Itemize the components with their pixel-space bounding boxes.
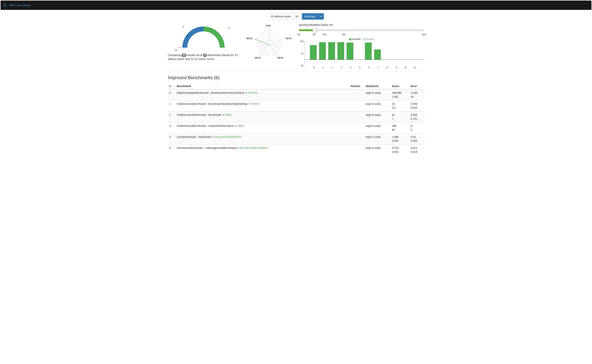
bar[interactable] (319, 42, 326, 59)
improved-table: # Benchmark Params Mode/Unit Score Error… (168, 83, 424, 155)
slider-ticks: 0%5%10%20%50% (299, 33, 424, 36)
cell-params (350, 111, 364, 123)
cell-params (350, 89, 364, 100)
th-mode: Mode/Unit (364, 83, 390, 89)
legend-errordiff[interactable]: errorDiff (363, 38, 374, 40)
svg-text:0: 0 (268, 44, 269, 46)
svg-point-12 (255, 39, 256, 39)
barchart-ylabel: 105 (300, 40, 304, 42)
cell-benchmark: CascBenchmark - benchmark ➤ 80.414221003… (175, 134, 350, 144)
slider-tick: 20% (342, 33, 346, 36)
improve-pct: 10170% (248, 91, 258, 94)
barchart-xlabel: 6 (368, 65, 370, 69)
barchart-xlabel: 2 (332, 65, 333, 69)
slider-fill (299, 29, 314, 31)
barchart-legend: scoreDiff errorDiff (299, 38, 424, 40)
table-row[interactable]: 5PermissionBenchmark - roleAssignmentBen… (168, 144, 424, 156)
table-row[interactable]: 1FolderAccessBenchmark - benchmarkNewMat… (168, 100, 424, 111)
arrow-up-right-icon: ➤ (247, 102, 252, 106)
cell-error: 82 (409, 123, 424, 134)
cell-index: 0 (168, 89, 175, 100)
run1-button[interactable]: 01-without-cache (268, 13, 293, 20)
improve-pct: 58.136791887234494% (240, 146, 268, 150)
swatch-blue-icon (363, 39, 365, 40)
bar[interactable] (347, 43, 353, 59)
slider-tick: 5% (313, 33, 316, 36)
brand-link[interactable]: JMH Visualizer (3, 3, 31, 7)
slider-tick: 0% (297, 33, 300, 36)
barchart-xlabel: 11 (414, 65, 416, 69)
gauge-label-zero: 0 (175, 49, 177, 52)
slider-tick: 10% (323, 33, 327, 36)
improve-pct: 255% (237, 124, 244, 127)
bar[interactable] (374, 50, 381, 59)
cell-index: 3 (168, 123, 175, 134)
table-body: 0MaliciousRegexBenchmark - benchmarkPerm… (168, 89, 424, 155)
barchart-ylabel: 35 (301, 52, 304, 55)
cell-mode: avgt in us/op (364, 100, 390, 111)
run-button-group: 01-without-cache 10 (268, 13, 301, 20)
svg-text:6: 6 (276, 44, 277, 46)
th-score: Score (390, 83, 409, 89)
barchart-zero-line (305, 59, 424, 60)
slider-label: Ignoring deviations below 5% (299, 23, 424, 26)
svg-text:4: 4 (273, 44, 274, 46)
summary-button-group: Summary (302, 13, 324, 20)
cell-score: 1.0860.602 (390, 134, 409, 144)
arrow-up-right-icon: ➤ (244, 91, 248, 95)
barchart-xlabel: 10 (404, 65, 407, 69)
cell-index: 5 (168, 144, 175, 156)
barchart-xlabel: 3 (341, 65, 342, 69)
table-row[interactable]: 4CascBenchmark - benchmark ➤ 80.41422100… (168, 134, 424, 144)
arrow-up-right-icon: ➤ (221, 113, 225, 117)
cell-benchmark: FolderAccessBenchmark - benchmarkNewMatc… (175, 100, 350, 111)
cell-score: 29884 (390, 123, 409, 134)
right-column: Ignoring deviations below 5% 0%5%10%20%5… (299, 23, 424, 65)
bar[interactable] (365, 43, 372, 59)
diff-barchart: -353510501234567891011 (304, 41, 424, 65)
improved-title: Improved Benchmarks (6) (168, 75, 424, 80)
gauge-label-left: 6 (182, 25, 184, 28)
cell-params (350, 123, 364, 134)
cell-error: 0.0110.014 (409, 144, 424, 156)
barchart-xlabel: 7 (377, 65, 379, 69)
run2-button[interactable]: 10 (293, 13, 301, 20)
radar-column: 0 2 4 6 5+% 15+% 25+% 35+% 45+% (243, 23, 295, 61)
table-row[interactable]: 3FolderAccessBenchmark - renderViewSimul… (168, 123, 424, 134)
radar-chart: 0 2 4 6 5+% 15+% 25+% 35+% 45+% (247, 23, 291, 61)
improve-pct: 3501% (251, 102, 259, 105)
toolbar: 01-without-cache 10 Summary (168, 13, 424, 20)
caret-down-icon (320, 16, 322, 17)
menu-icon[interactable] (3, 4, 7, 6)
table-row[interactable]: 0MaliciousRegexBenchmark - benchmarkPerm… (168, 89, 424, 100)
slider-tick: 50% (422, 33, 426, 36)
cell-score: 180.5 (390, 100, 409, 111)
cell-index: 1 (168, 100, 175, 111)
cell-benchmark: MaliciousRegexBenchmark - benchmarkPermi… (175, 89, 350, 100)
summary-dropdown-toggle[interactable] (318, 13, 324, 20)
summary-button[interactable]: Summary (302, 13, 318, 20)
table-row[interactable]: 2FolderAccessBenchmark - benchmark ➤ 343… (168, 111, 424, 123)
radar-label-15: 15+% (285, 37, 291, 40)
bar[interactable] (328, 42, 335, 59)
table-head: # Benchmark Params Mode/Unit Score Error (168, 83, 424, 89)
summary-text: Comparing 12 results out of 6 benchmark … (168, 53, 239, 61)
bar[interactable] (310, 45, 317, 59)
cell-params (350, 134, 364, 144)
cell-error: 2,19820 (409, 89, 424, 100)
navbar: JMH Visualizer (0, 0, 592, 10)
cell-score: 108,9661,061 (390, 89, 409, 100)
cell-params (350, 100, 364, 111)
bar[interactable] (337, 42, 344, 59)
slider-track (299, 29, 424, 31)
cell-mode: avgt in us/op (364, 89, 390, 100)
radar-label-25: 25+% (277, 57, 283, 59)
gauge-chart: 0 6 6 (175, 23, 232, 50)
slider-thumb[interactable] (313, 28, 317, 33)
deviation-slider[interactable] (299, 28, 424, 32)
barchart-xlabel: 8 (387, 65, 388, 69)
legend-scorediff[interactable]: scoreDiff (349, 38, 360, 40)
cell-index: 2 (168, 111, 175, 123)
arrow-up-right-icon: ➤ (233, 124, 238, 128)
cell-benchmark: FolderAccessBenchmark - benchmark ➤ 343% (175, 111, 350, 123)
